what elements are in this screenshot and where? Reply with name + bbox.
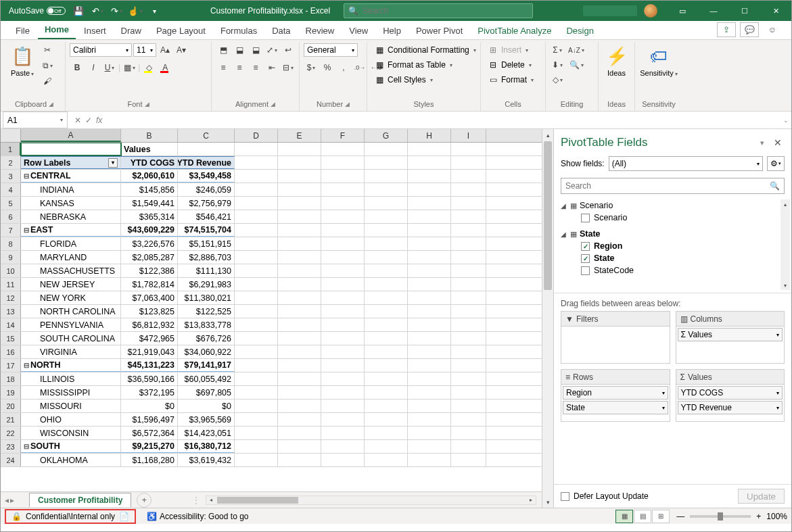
increase-decimal-icon[interactable]: .0→ — [352, 61, 367, 74]
cell[interactable] — [451, 413, 486, 426]
cell[interactable] — [235, 359, 278, 372]
cell[interactable]: Values — [121, 143, 178, 155]
align-top-icon[interactable]: ⬒ — [216, 43, 231, 57]
row-header[interactable]: 14 — [1, 318, 21, 331]
cell[interactable] — [365, 224, 408, 237]
decrease-font-icon[interactable]: A▾ — [174, 43, 189, 57]
column-header[interactable]: H — [408, 129, 451, 142]
tab-data[interactable]: Data — [265, 22, 297, 39]
row-header[interactable]: 15 — [1, 332, 21, 345]
alignment-launcher-icon[interactable]: ◢ — [271, 101, 275, 107]
collapse-icon[interactable]: ⊟ — [24, 362, 29, 369]
cell[interactable] — [365, 170, 408, 183]
cell[interactable] — [321, 345, 365, 358]
checkbox[interactable] — [581, 254, 590, 263]
row-header[interactable]: 11 — [1, 278, 21, 291]
cell[interactable]: $123,825 — [121, 305, 178, 318]
insert-cells-button[interactable]: ⊞Insert — [485, 43, 536, 57]
pane-dropdown-icon[interactable]: ▾ — [760, 139, 764, 147]
area-item-ytd-cogs[interactable]: YTD COGS▾ — [678, 386, 783, 400]
fx-icon[interactable]: fx — [96, 116, 102, 125]
field-search-input[interactable] — [565, 181, 770, 191]
cell[interactable]: $7,063,400 — [121, 291, 178, 304]
cell[interactable]: $145,856 — [121, 183, 178, 196]
row-header[interactable]: 23 — [1, 440, 21, 453]
row-header[interactable]: 5 — [1, 197, 21, 210]
area-item-state[interactable]: State▾ — [563, 401, 668, 414]
cell[interactable]: $1,596,497 — [121, 413, 178, 426]
cell[interactable]: NEW YORK — [21, 291, 121, 304]
save-icon[interactable]: 💾 — [72, 5, 85, 17]
cell[interactable] — [451, 440, 486, 453]
cell[interactable] — [235, 413, 278, 426]
cell[interactable] — [321, 224, 365, 237]
cell[interactable]: $1,168,280 — [121, 454, 178, 466]
share-button[interactable]: ⇪ — [717, 22, 736, 37]
cell[interactable] — [451, 251, 486, 264]
row-header[interactable]: 16 — [1, 345, 21, 358]
row-header[interactable]: 18 — [1, 372, 21, 385]
cell[interactable] — [235, 197, 278, 210]
cell[interactable]: MISSISSIPPI — [21, 386, 121, 399]
cell[interactable] — [278, 332, 321, 345]
cell[interactable] — [278, 413, 321, 426]
cell[interactable] — [321, 197, 365, 210]
cell[interactable] — [321, 143, 365, 155]
cell[interactable] — [365, 318, 408, 331]
cell[interactable] — [235, 440, 278, 453]
sheet-nav-next-icon[interactable]: ▸ — [10, 495, 14, 505]
view-normal-icon[interactable]: ▦ — [615, 510, 633, 523]
collapse-icon[interactable]: ⊟ — [24, 226, 29, 234]
cell[interactable] — [278, 251, 321, 264]
cell[interactable] — [278, 170, 321, 183]
cell[interactable] — [235, 427, 278, 439]
row-header[interactable]: 9 — [1, 251, 21, 264]
vscroll-thumb[interactable] — [544, 141, 552, 290]
touch-mode-icon[interactable]: ☝ — [129, 5, 141, 17]
tab-home[interactable]: Home — [38, 20, 76, 39]
cell[interactable] — [235, 224, 278, 237]
collapse-icon[interactable]: ⊟ — [24, 443, 29, 450]
cell[interactable] — [365, 197, 408, 210]
defer-update-checkbox[interactable]: Defer Layout Update — [561, 491, 649, 501]
cell[interactable]: $372,195 — [121, 386, 178, 399]
cell[interactable] — [235, 237, 278, 250]
cell[interactable] — [451, 332, 486, 345]
cell[interactable] — [451, 359, 486, 372]
cell[interactable] — [365, 440, 408, 453]
italic-icon[interactable]: I — [86, 61, 101, 74]
borders-icon[interactable]: ▦ — [122, 61, 137, 74]
row-header[interactable]: 10 — [1, 264, 21, 277]
cell[interactable]: $6,291,983 — [178, 278, 235, 291]
cell[interactable]: VIRGINIA — [21, 345, 121, 358]
cell[interactable]: WISCONSIN — [21, 427, 121, 439]
cell[interactable]: $79,141,917 — [178, 359, 235, 372]
cell[interactable]: $246,059 — [178, 183, 235, 196]
number-launcher-icon[interactable]: ◢ — [345, 101, 350, 107]
align-bottom-icon[interactable]: ⬓ — [248, 43, 263, 57]
cut-icon[interactable]: ✂ — [40, 43, 55, 57]
tab-formulas[interactable]: Formulas — [214, 22, 264, 39]
cell[interactable] — [365, 251, 408, 264]
delete-cells-button[interactable]: ⊟Delete — [485, 58, 536, 72]
cell[interactable]: ⊟EAST — [21, 224, 121, 237]
area-item-values[interactable]: Σ Values▾ — [678, 328, 783, 341]
area-item-ytd-revenue[interactable]: YTD Revenue▾ — [678, 401, 783, 414]
cell[interactable]: $14,423,051 — [178, 427, 235, 439]
cell[interactable] — [278, 291, 321, 304]
cell[interactable]: INDIANA — [21, 183, 121, 196]
cell[interactable]: Row Labels▾ — [21, 156, 121, 169]
cell[interactable]: $676,726 — [178, 332, 235, 345]
field-item-region[interactable]: Region — [561, 240, 785, 252]
cell[interactable]: $1,782,814 — [121, 278, 178, 291]
cell[interactable]: $16,380,712 — [178, 440, 235, 453]
cell[interactable] — [408, 345, 451, 358]
ideas-button[interactable]: ⚡ Ideas — [603, 43, 630, 88]
cell[interactable] — [321, 372, 365, 385]
sort-icon[interactable]: A↓Z — [566, 43, 586, 57]
cell[interactable] — [321, 427, 365, 439]
field-table-scenario[interactable]: ◢▦Scenario — [561, 199, 785, 212]
filter-dropdown-icon[interactable]: ▾ — [108, 158, 118, 168]
cell[interactable] — [451, 427, 486, 439]
cell[interactable] — [278, 143, 321, 155]
